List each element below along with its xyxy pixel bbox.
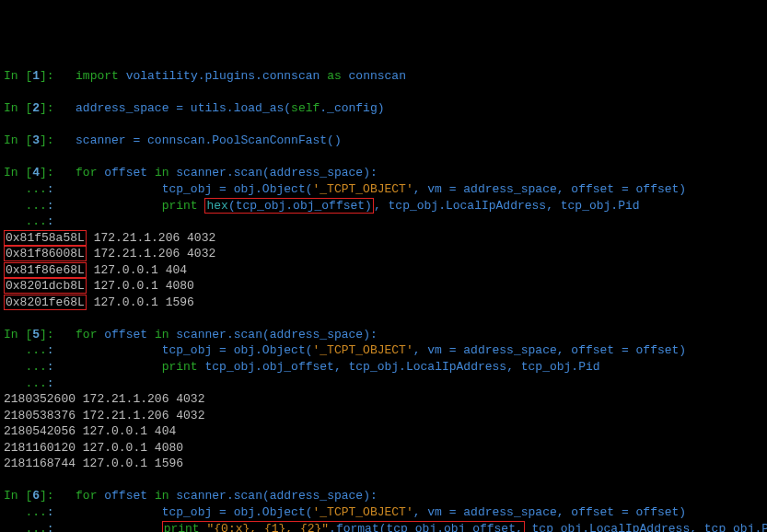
output-line: 2180352600 172.21.1.206 4032 xyxy=(4,391,763,408)
input-line: In [4]: for offset in scanner.scan(addre… xyxy=(4,165,763,181)
ipython-terminal[interactable]: In [1]: import volatility.plugins.connsc… xyxy=(4,68,763,532)
continuation-line: ...: print "{0:x}, {1}, {2}".format(tcp_… xyxy=(4,521,763,533)
output-line: 2180542056 127.0.0.1 404 xyxy=(4,423,763,440)
continuation-line: ...: tcp_obj = obj.Object('_TCPT_OBJECT'… xyxy=(4,504,763,521)
output-line: 2181168744 127.0.0.1 1596 xyxy=(4,456,763,472)
input-line: In [6]: for offset in scanner.scan(addre… xyxy=(4,488,763,504)
output-line: 0x81f86e68L 127.0.0.1 404 xyxy=(4,262,763,279)
input-line: In [2]: address_space = utils.load_as(se… xyxy=(4,100,763,117)
output-line: 0x81f86008L 172.21.1.206 4032 xyxy=(4,246,763,262)
continuation-line: ...: xyxy=(4,214,763,230)
input-line: In [5]: for offset in scanner.scan(addre… xyxy=(4,327,763,343)
input-line: In [1]: import volatility.plugins.connsc… xyxy=(4,68,763,85)
continuation-line: ...: xyxy=(4,376,763,392)
output-line: 2181160120 127.0.0.1 4080 xyxy=(4,440,763,457)
continuation-line: ...: print hex(tcp_obj.obj_offset), tcp_… xyxy=(4,198,763,214)
output-line: 2180538376 172.21.1.206 4032 xyxy=(4,408,763,424)
output-line: 0x81f58a58L 172.21.1.206 4032 xyxy=(4,230,763,247)
output-line: 0x8201dcb8L 127.0.0.1 4080 xyxy=(4,278,763,295)
continuation-line: ...: print tcp_obj.obj_offset, tcp_obj.L… xyxy=(4,359,763,376)
continuation-line: ...: tcp_obj = obj.Object('_TCPT_OBJECT'… xyxy=(4,181,763,198)
output-line: 0x8201fe68L 127.0.0.1 1596 xyxy=(4,295,763,311)
input-line: In [3]: scanner = connscan.PoolScanConnF… xyxy=(4,133,763,149)
continuation-line: ...: tcp_obj = obj.Object('_TCPT_OBJECT'… xyxy=(4,342,763,359)
